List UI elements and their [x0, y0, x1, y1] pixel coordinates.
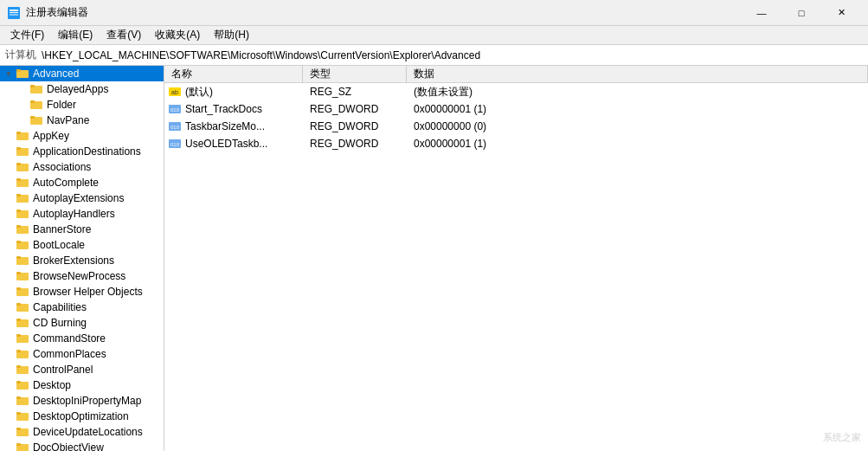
tree-item[interactable]: CommandStore [0, 331, 164, 346]
tree-item[interactable]: Desktop [0, 377, 164, 393]
folder-icon [16, 175, 29, 191]
title-bar-left: 注册表编辑器 [7, 5, 88, 20]
column-headers: 名称 类型 数据 [164, 66, 868, 83]
svg-rect-24 [16, 194, 21, 197]
folder-icon [16, 237, 29, 254]
registry-values[interactable]: ab (默认)REG_SZ(数值未设置) 010 Start_TrackDocs… [164, 83, 868, 451]
tree-item[interactable]: AutoComplete [0, 175, 164, 190]
tree-item-label: Associations [33, 161, 91, 173]
folder-icon [16, 300, 29, 316]
reg-value-icon: ab [168, 85, 182, 99]
registry-row[interactable]: 010 TaskbarSizeMo...REG_DWORD0x00000000 … [164, 118, 868, 135]
col-header-name: 名称 [164, 66, 303, 82]
folder-icon [16, 315, 29, 332]
tree-item[interactable]: Browser Helper Objects [0, 284, 164, 300]
reg-name: 010 Start_TrackDocs [164, 102, 303, 116]
tree-item-label: BannerStore [33, 223, 91, 235]
expand-icon[interactable]: ▼ [3, 70, 14, 78]
tree-item[interactable]: BootLocale [0, 237, 164, 253]
folder-icon [16, 362, 29, 378]
menu-item-e[interactable]: 编辑(E) [51, 26, 100, 44]
tree-item[interactable]: CommonPlaces [0, 346, 164, 362]
tree-item-label: DesktopOptimization [33, 410, 129, 422]
tree-item[interactable]: DeviceUpdateLocations [0, 424, 164, 440]
reg-value-icon: 010 [168, 102, 182, 116]
folder-icon [16, 190, 29, 207]
registry-row[interactable]: 010 Start_TrackDocsREG_DWORD0x00000001 (… [164, 100, 868, 118]
tree-item[interactable]: AutoplayExtensions [0, 190, 164, 206]
maximize-button[interactable]: □ [781, 0, 821, 26]
tree-item[interactable]: BrowseNewProcess [0, 268, 164, 284]
svg-rect-22 [16, 178, 21, 181]
svg-rect-18 [16, 147, 21, 150]
folder-icon [16, 284, 29, 300]
right-pane: 名称 类型 数据 ab (默认)REG_SZ(数值未设置) 010 Start_… [164, 66, 868, 451]
tree-item-label: BrokerExtensions [33, 254, 114, 267]
tree-item-label: DesktopIniPropertyMap [33, 395, 141, 407]
tree-item[interactable]: ControlPanel [0, 362, 164, 377]
tree-item[interactable]: CD Burning [0, 315, 164, 331]
folder-icon [16, 393, 29, 409]
tree-item[interactable]: AppKey [0, 128, 164, 144]
tree-item-label: ApplicationDestinations [33, 145, 141, 158]
folder-icon [16, 440, 29, 452]
tree-item-label: CommandStore [33, 332, 106, 345]
reg-name-text: (默认) [185, 85, 213, 100]
title-bar: 注册表编辑器 — □ ✕ [0, 0, 868, 26]
svg-rect-28 [16, 225, 21, 228]
registry-row[interactable]: 010 UseOLEDTaskb...REG_DWORD0x00000001 (… [164, 135, 868, 152]
address-bar: 计算机 \HKEY_LOCAL_MACHINE\SOFTWARE\Microso… [0, 45, 868, 66]
folder-icon [16, 144, 29, 160]
menu-item-v[interactable]: 查看(V) [100, 26, 148, 44]
svg-rect-50 [16, 396, 21, 399]
tree-item-label: AppKey [33, 130, 69, 142]
left-pane[interactable]: ▼AdvancedDelayedAppsFolderNavPaneAppKeyA… [0, 66, 164, 451]
menu-item-h[interactable]: 帮助(H) [207, 26, 256, 44]
tree-item[interactable]: NavPane [0, 113, 164, 128]
svg-rect-3 [10, 14, 18, 15]
tree-item-label: AutoComplete [33, 177, 99, 189]
folder-icon [16, 66, 29, 82]
minimize-button[interactable]: — [742, 0, 781, 26]
svg-rect-16 [16, 132, 21, 134]
svg-rect-32 [16, 256, 21, 259]
svg-rect-11 [30, 100, 35, 103]
tree-item[interactable]: Capabilities [0, 300, 164, 315]
svg-text:ab: ab [171, 89, 178, 95]
folder-icon [29, 113, 43, 129]
tree-item[interactable]: Associations [0, 159, 164, 175]
reg-type: REG_DWORD [303, 103, 407, 115]
tree-item-label: BrowseNewProcess [33, 270, 125, 282]
menu-item-a[interactable]: 收藏夹(A) [148, 26, 207, 44]
svg-rect-34 [16, 272, 21, 274]
tree-item[interactable]: DocObjectView [0, 440, 164, 451]
tree-item[interactable]: BannerStore [0, 222, 164, 237]
close-button[interactable]: ✕ [821, 0, 861, 26]
tree-item[interactable]: AutoplayHandlers [0, 206, 164, 222]
tree-item-label: CommonPlaces [33, 348, 106, 360]
address-label: 计算机 [5, 48, 36, 62]
menu-item-f[interactable]: 文件(F) [3, 26, 51, 44]
tree-item[interactable]: ▼Advanced [0, 66, 164, 81]
watermark: 系统之家 [823, 431, 861, 444]
tree-item[interactable]: BrokerExtensions [0, 253, 164, 268]
tree-item-label: NavPane [47, 114, 89, 126]
folder-icon [16, 424, 29, 441]
folder-icon [29, 97, 43, 113]
reg-type: REG_SZ [303, 86, 407, 98]
reg-data: 0x00000001 (1) [407, 138, 868, 150]
tree-item[interactable]: DesktopOptimization [0, 409, 164, 424]
tree-item[interactable]: Folder [0, 97, 164, 113]
tree-item[interactable]: DelayedApps [0, 81, 164, 97]
svg-rect-52 [16, 412, 21, 415]
tree-item-label: Browser Helper Objects [33, 286, 143, 298]
address-path: \HKEY_LOCAL_MACHINE\SOFTWARE\Microsoft\W… [42, 49, 480, 61]
folder-icon [16, 268, 29, 285]
tree-item[interactable]: DesktopIniPropertyMap [0, 393, 164, 409]
folder-icon [16, 206, 29, 222]
registry-row[interactable]: ab (默认)REG_SZ(数值未设置) [164, 83, 868, 100]
tree-item[interactable]: ApplicationDestinations [0, 144, 164, 159]
svg-rect-54 [16, 428, 21, 430]
tree-item-label: Desktop [33, 379, 71, 391]
reg-name-text: Start_TrackDocs [185, 103, 262, 115]
